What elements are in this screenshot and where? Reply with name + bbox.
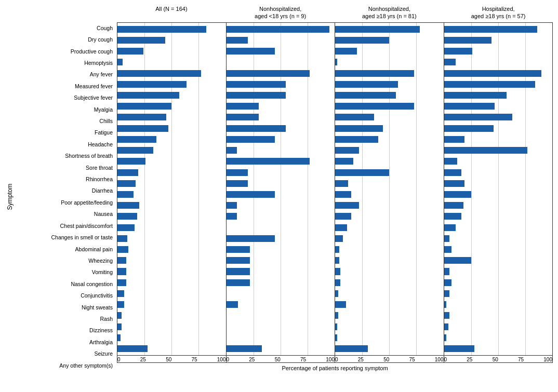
- bar-p1-s11: [227, 147, 237, 154]
- bar-p2-s29: [335, 345, 368, 352]
- bar-p2-s1: [335, 37, 389, 44]
- bar-p1-s25: [227, 301, 238, 308]
- y-label-4: Any fever: [15, 69, 115, 80]
- x-tick: 75: [409, 357, 415, 362]
- y-label-25: Rash: [15, 313, 115, 325]
- y-label-10: Headache: [15, 139, 115, 150]
- bar-p3-s18: [444, 224, 456, 231]
- bar-row-p0-s25: [117, 299, 226, 310]
- bar-p3-s23: [444, 279, 452, 286]
- bar-row-p0-s24: [117, 288, 226, 299]
- panel-0: 0255075100: [117, 22, 227, 363]
- bar-row-p2-s13: [335, 167, 444, 178]
- bar-p0-s12: [117, 158, 145, 165]
- bar-row-p1-s16: [227, 200, 335, 211]
- bar-p0-s3: [117, 59, 123, 65]
- bar-row-p1-s0: [227, 24, 335, 35]
- bar-p2-s6: [335, 92, 396, 99]
- y-labels: CoughDry coughProductive coughHemoptysis…: [15, 22, 117, 371]
- bar-p0-s5: [117, 81, 187, 88]
- bar-row-p1-s19: [227, 233, 335, 244]
- bar-row-p3-s19: [444, 233, 553, 244]
- bar-row-p3-s10: [444, 134, 553, 145]
- bar-row-p2-s17: [335, 211, 444, 222]
- bar-p3-s2: [444, 48, 472, 55]
- bar-p3-s1: [444, 37, 492, 44]
- bar-p0-s4: [117, 70, 201, 77]
- y-label-26: Dizziness: [15, 325, 115, 336]
- bar-p1-s13: [227, 169, 248, 176]
- bar-row-p2-s0: [335, 24, 444, 35]
- bar-row-p2-s19: [335, 233, 444, 244]
- y-label-8: Chills: [15, 115, 115, 127]
- bar-p1-s16: [227, 202, 237, 209]
- bar-row-p0-s8: [117, 112, 226, 123]
- bar-p3-s4: [444, 70, 542, 77]
- bar-row-p2-s25: [335, 299, 444, 310]
- x-tick: 0: [117, 357, 121, 362]
- bar-p3-s16: [444, 202, 464, 209]
- bar-p0-s20: [117, 246, 128, 253]
- bar-p2-s8: [335, 114, 374, 120]
- bar-p1-s2: [227, 48, 275, 55]
- bar-row-p1-s25: [227, 299, 335, 310]
- bar-row-p1-s21: [227, 255, 335, 266]
- bar-p2-s15: [335, 191, 351, 198]
- x-tick: 50: [493, 357, 498, 362]
- panel-title-3: Hospitalized,aged ≥18 yrs (n = 57): [444, 5, 553, 20]
- bar-row-p1-s18: [227, 222, 335, 233]
- bar-row-p0-s10: [117, 134, 226, 145]
- panels-area: 0255075100025507510002550751000255075100: [117, 22, 553, 363]
- bar-p2-s7: [335, 103, 414, 110]
- panel-title-1: Nonhospitalized,aged <18 yrs (n = 9): [226, 5, 335, 20]
- y-label-5: Measured fever: [15, 80, 115, 92]
- y-label-29: Any other symptom(s): [15, 359, 115, 371]
- bar-p0-s19: [117, 235, 127, 242]
- bar-row-p0-s21: [117, 255, 226, 266]
- x-tick: 100: [217, 357, 226, 362]
- bar-row-p1-s29: [227, 343, 335, 354]
- bar-p3-s11: [444, 147, 528, 154]
- bar-row-p2-s22: [335, 266, 444, 277]
- bar-p0-s13: [117, 169, 138, 176]
- bar-row-p3-s7: [444, 101, 553, 112]
- bar-row-p2-s7: [335, 101, 444, 112]
- panel-3: 0255075100: [444, 22, 553, 363]
- bar-p1-s20: [227, 246, 250, 253]
- bar-p1-s29: [227, 345, 262, 352]
- bar-row-p3-s17: [444, 211, 553, 222]
- y-label-9: Fatigue: [15, 127, 115, 138]
- bar-p2-s10: [335, 136, 378, 143]
- bar-p3-s3: [444, 59, 456, 65]
- bar-row-p3-s0: [444, 24, 553, 35]
- bar-row-p1-s10: [227, 134, 335, 145]
- bar-p0-s10: [117, 136, 156, 143]
- y-label-1: Dry cough: [15, 34, 115, 45]
- bar-p0-s28: [117, 334, 121, 341]
- bar-p3-s29: [444, 345, 474, 352]
- bar-row-p0-s3: [117, 57, 226, 67]
- bar-p3-s19: [444, 235, 449, 242]
- x-tick: 100: [543, 357, 552, 362]
- bar-p0-s23: [117, 279, 126, 286]
- bar-p2-s3: [335, 59, 337, 65]
- bar-row-p1-s2: [227, 46, 335, 57]
- x-tick: 50: [275, 357, 281, 362]
- bar-p0-s2: [117, 48, 143, 55]
- bar-p1-s15: [227, 191, 275, 198]
- bar-row-p0-s1: [117, 35, 226, 46]
- bar-row-p0-s6: [117, 90, 226, 101]
- y-label-16: Nausea: [15, 208, 115, 220]
- bar-p3-s20: [444, 246, 452, 253]
- bar-row-p2-s3: [335, 57, 444, 67]
- bar-p2-s19: [335, 235, 343, 242]
- bar-p3-s12: [444, 158, 457, 165]
- bar-p0-s15: [117, 191, 134, 198]
- bar-p0-s1: [117, 37, 165, 44]
- bar-row-p2-s1: [335, 35, 444, 46]
- bar-p3-s15: [444, 191, 471, 198]
- bar-row-p1-s15: [227, 189, 335, 200]
- bar-p3-s25: [444, 301, 446, 308]
- x-tick: 75: [191, 357, 197, 362]
- bar-row-p1-s24: [227, 288, 335, 299]
